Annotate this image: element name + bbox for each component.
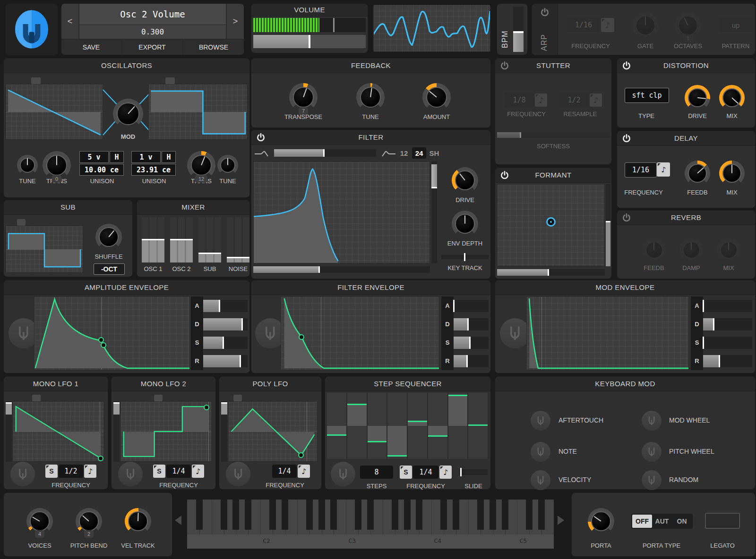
legato-toggle[interactable] <box>705 513 740 529</box>
delay-feedback-knob[interactable] <box>685 161 710 186</box>
mod-env-display[interactable] <box>526 296 689 370</box>
filter-blend-slider[interactable] <box>274 149 376 157</box>
filter-env-s-slider[interactable] <box>454 333 489 352</box>
lfo2-frequency-value[interactable]: 1/4 <box>166 465 191 478</box>
filter-env-display[interactable] <box>281 296 439 370</box>
filter-response-display[interactable] <box>253 161 430 263</box>
osc2-unison-detune[interactable]: 23.91 ce <box>131 164 176 176</box>
sub-waveform-display[interactable] <box>6 226 83 273</box>
black-key[interactable] <box>477 500 484 530</box>
filter-cutoff-slider[interactable] <box>253 266 430 273</box>
arp-octaves-knob[interactable]: 1 <box>675 12 701 39</box>
osc1-unison-detune[interactable]: 10.00 ce <box>79 164 124 176</box>
seq-step-6[interactable] <box>428 393 448 459</box>
porta-type-off-button[interactable]: OFF <box>632 515 652 528</box>
amp-env-d-slider[interactable] <box>203 315 248 333</box>
seq-step-5[interactable] <box>408 393 428 459</box>
filter-shelf-button[interactable]: SH <box>427 147 441 159</box>
seq-sync-button[interactable]: S <box>400 466 412 479</box>
seq-note-icon[interactable]: ♪ <box>439 466 452 479</box>
vel-track-knob[interactable] <box>125 508 151 534</box>
black-key[interactable] <box>282 500 288 530</box>
formant-y-slider[interactable] <box>606 184 610 266</box>
distortion-power-button[interactable] <box>622 61 631 70</box>
formant-x-slider[interactable] <box>497 269 605 276</box>
filter-env-depth-knob[interactable] <box>452 211 478 237</box>
keyboard-scroll-left-button[interactable] <box>175 516 181 525</box>
patch-value[interactable]: 0.300 <box>79 25 226 39</box>
poly-lfo-phase-slider[interactable] <box>233 395 242 401</box>
distortion-drive-knob[interactable] <box>685 85 710 110</box>
note-mod-source-button[interactable] <box>531 442 550 462</box>
reverb-feedback-knob[interactable] <box>642 238 666 262</box>
stutter-resample-note-icon[interactable]: ♪ <box>590 93 602 107</box>
arp-frequency-value[interactable]: 1/16 <box>567 18 600 32</box>
osc2-unison-voices[interactable]: 1 v <box>131 151 161 163</box>
mod-env-s-slider[interactable] <box>703 333 752 352</box>
mixer-slider-noise[interactable] <box>227 217 249 263</box>
formant-xy-pad[interactable] <box>497 184 605 266</box>
voices-knob[interactable]: 4 <box>26 508 53 534</box>
lfo1-amplitude-slider[interactable] <box>6 401 12 462</box>
osc2-unison-harmonize-button[interactable]: H <box>162 151 176 163</box>
mixer-slider-osc-1[interactable] <box>142 217 164 263</box>
arp-power-button[interactable] <box>540 8 550 17</box>
black-key[interactable] <box>245 500 251 530</box>
pitch-bend-knob[interactable]: 2 <box>76 508 102 534</box>
lfo1-sync-button[interactable]: S <box>45 465 58 478</box>
delay-frequency-note-icon[interactable]: ♪ <box>657 162 670 177</box>
lfo2-mod-source-button[interactable] <box>118 462 143 486</box>
osc1-waveform-display[interactable] <box>6 84 103 140</box>
black-key[interactable] <box>404 500 411 530</box>
filter-power-button[interactable] <box>256 133 266 142</box>
amp-env-s-slider[interactable] <box>203 333 248 352</box>
black-key[interactable] <box>330 500 337 530</box>
stutter-frequency-note-icon[interactable]: ♪ <box>535 93 547 107</box>
delay-frequency-value[interactable]: 1/16 <box>625 162 657 178</box>
osc2-phase-slider[interactable] <box>165 77 175 84</box>
amp-env-display[interactable] <box>34 296 190 370</box>
porta-type-on-button[interactable]: ON <box>672 515 692 528</box>
mixer-slider-osc-2[interactable] <box>170 217 193 263</box>
porta-type-auto-button[interactable]: AUT <box>652 515 672 528</box>
lfo1-phase-slider[interactable] <box>32 395 41 401</box>
black-key[interactable] <box>306 500 313 530</box>
mod-env-a-slider[interactable] <box>703 296 752 315</box>
bpm-slider[interactable] <box>513 7 524 52</box>
black-key[interactable] <box>502 500 508 530</box>
mod-env-r-slider[interactable] <box>703 352 752 370</box>
delay-mix-knob[interactable] <box>719 161 745 186</box>
osc2-waveform-display[interactable] <box>148 84 248 140</box>
filter-12db-button[interactable]: 12 <box>397 147 411 159</box>
seq-step-7[interactable] <box>448 393 469 459</box>
black-key[interactable] <box>538 500 545 530</box>
stutter-power-button[interactable] <box>500 61 509 70</box>
osc1-unison-voices[interactable]: 5 v <box>79 151 109 163</box>
lfo1-frequency-value[interactable]: 1/2 <box>59 465 83 478</box>
mixer-slider-sub[interactable] <box>198 217 221 263</box>
black-key[interactable] <box>392 500 398 530</box>
black-key[interactable] <box>440 500 447 530</box>
feedback-tune-knob[interactable] <box>356 83 385 111</box>
filter-env-a-slider[interactable] <box>454 296 489 315</box>
black-key[interactable] <box>490 500 496 530</box>
poly-lfo-amplitude-slider[interactable] <box>221 401 227 462</box>
reverb-mix-knob[interactable] <box>717 238 740 262</box>
lfo2-amplitude-slider[interactable] <box>113 401 120 462</box>
sub-phase-slider[interactable] <box>17 219 26 226</box>
black-key[interactable] <box>221 500 227 530</box>
feedback-transpose-knob[interactable]: 7 <box>289 83 318 111</box>
sub-shuffle-knob[interactable] <box>95 224 122 250</box>
osc2-tune-knob[interactable] <box>217 155 238 176</box>
distortion-mix-knob[interactable] <box>719 85 745 110</box>
black-key[interactable] <box>232 500 239 530</box>
save-button[interactable]: SAVE <box>61 40 121 55</box>
poly-lfo-frequency-value[interactable]: 1/4 <box>272 465 297 478</box>
lfo2-waveform-display[interactable] <box>120 401 212 462</box>
poly-lfo-waveform-display[interactable] <box>228 401 318 462</box>
random-mod-source-button[interactable] <box>642 470 662 490</box>
seq-steps-value[interactable]: 8 <box>360 466 393 479</box>
osc1-phase-slider[interactable] <box>31 77 41 84</box>
lfo1-mod-source-button[interactable] <box>10 462 35 486</box>
black-key[interactable] <box>453 500 459 530</box>
